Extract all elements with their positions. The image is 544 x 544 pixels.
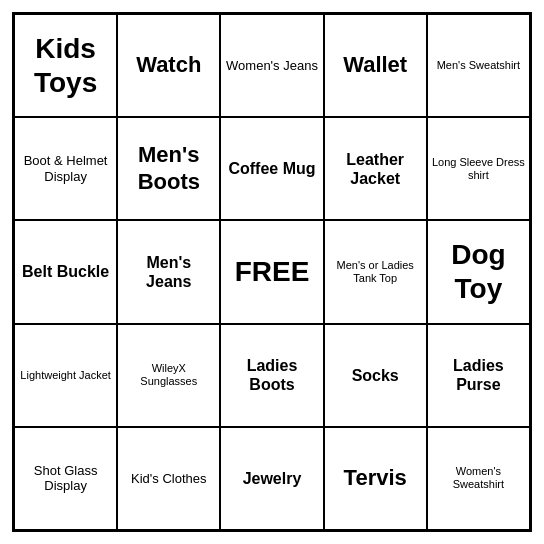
cell-r1c3: Leather Jacket bbox=[324, 117, 427, 220]
cell-text-r2c0: Belt Buckle bbox=[22, 262, 109, 281]
cell-r2c2: FREE bbox=[220, 220, 323, 323]
cell-r4c3: Tervis bbox=[324, 427, 427, 530]
cell-text-r1c1: Men's Boots bbox=[122, 142, 215, 195]
cell-r0c3: Wallet bbox=[324, 14, 427, 117]
cell-r4c0: Shot Glass Display bbox=[14, 427, 117, 530]
cell-text-r3c2: Ladies Boots bbox=[225, 356, 318, 394]
cell-text-r1c0: Boot & Helmet Display bbox=[19, 153, 112, 184]
cell-r2c3: Men's or Ladies Tank Top bbox=[324, 220, 427, 323]
cell-text-r2c4: Dog Toy bbox=[432, 238, 525, 305]
cell-text-r3c4: Ladies Purse bbox=[432, 356, 525, 394]
cell-r0c2: Women's Jeans bbox=[220, 14, 323, 117]
cell-text-r2c3: Men's or Ladies Tank Top bbox=[329, 259, 422, 285]
cell-r0c1: Watch bbox=[117, 14, 220, 117]
cell-r3c3: Socks bbox=[324, 324, 427, 427]
cell-r1c0: Boot & Helmet Display bbox=[14, 117, 117, 220]
cell-r3c4: Ladies Purse bbox=[427, 324, 530, 427]
cell-text-r0c3: Wallet bbox=[343, 52, 407, 78]
cell-text-r4c0: Shot Glass Display bbox=[19, 463, 112, 494]
cell-text-r3c3: Socks bbox=[352, 366, 399, 385]
cell-r0c0: Kids Toys bbox=[14, 14, 117, 117]
cell-text-r1c3: Leather Jacket bbox=[329, 150, 422, 188]
cell-text-r4c1: Kid's Clothes bbox=[131, 471, 206, 487]
cell-r4c2: Jewelry bbox=[220, 427, 323, 530]
cell-r2c4: Dog Toy bbox=[427, 220, 530, 323]
cell-text-r2c2: FREE bbox=[235, 255, 310, 289]
cell-text-r4c2: Jewelry bbox=[243, 469, 302, 488]
cell-text-r0c2: Women's Jeans bbox=[226, 58, 318, 74]
cell-text-r1c4: Long Sleeve Dress shirt bbox=[432, 156, 525, 182]
cell-r4c1: Kid's Clothes bbox=[117, 427, 220, 530]
cell-r4c4: Women's Sweatshirt bbox=[427, 427, 530, 530]
cell-text-r0c1: Watch bbox=[136, 52, 201, 78]
cell-r1c1: Men's Boots bbox=[117, 117, 220, 220]
cell-r2c1: Men's Jeans bbox=[117, 220, 220, 323]
cell-text-r4c3: Tervis bbox=[344, 465, 407, 491]
cell-r3c1: WileyX Sunglasses bbox=[117, 324, 220, 427]
cell-r2c0: Belt Buckle bbox=[14, 220, 117, 323]
cell-text-r3c0: Lightweight Jacket bbox=[20, 369, 111, 382]
bingo-card: Kids ToysWatchWomen's JeansWalletMen's S… bbox=[12, 12, 532, 532]
cell-text-r3c1: WileyX Sunglasses bbox=[122, 362, 215, 388]
cell-r3c0: Lightweight Jacket bbox=[14, 324, 117, 427]
cell-text-r0c4: Men's Sweatshirt bbox=[437, 59, 520, 72]
cell-r3c2: Ladies Boots bbox=[220, 324, 323, 427]
cell-text-r1c2: Coffee Mug bbox=[228, 159, 315, 178]
cell-text-r0c0: Kids Toys bbox=[19, 32, 112, 99]
cell-r1c4: Long Sleeve Dress shirt bbox=[427, 117, 530, 220]
cell-r0c4: Men's Sweatshirt bbox=[427, 14, 530, 117]
cell-text-r2c1: Men's Jeans bbox=[122, 253, 215, 291]
cell-r1c2: Coffee Mug bbox=[220, 117, 323, 220]
cell-text-r4c4: Women's Sweatshirt bbox=[432, 465, 525, 491]
